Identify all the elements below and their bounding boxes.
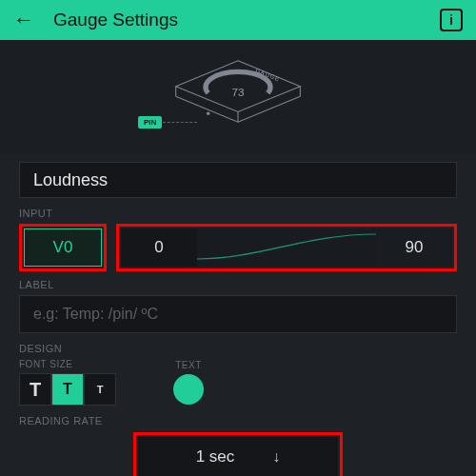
label-placeholder: e.g: Temp: /pin/ ºC [33, 306, 158, 323]
svg-point-4 [207, 111, 210, 115]
section-label-label: LABEL [19, 279, 457, 290]
font-size-medium[interactable]: T [51, 373, 84, 406]
pin-tag: PIN [138, 116, 162, 129]
text-color-label: TEXT [173, 360, 204, 370]
highlight-pin: V0 [19, 224, 107, 271]
section-label-input: INPUT [19, 208, 457, 219]
section-label-design: DESIGN [19, 343, 457, 354]
text-color-group: TEXT [173, 360, 204, 406]
gauge-illustration: GAUGE 73 PIN [0, 40, 476, 154]
header: ← Gauge Settings i [0, 0, 476, 40]
reading-rate-value: 1 sec [196, 447, 235, 466]
highlight-rate: 1 sec ↓ [133, 432, 343, 476]
font-size-label: FONT SIZE [19, 359, 116, 369]
chevron-down-icon: ↓ [272, 448, 280, 466]
pin-selector[interactable]: V0 [24, 228, 102, 267]
page-title: Gauge Settings [53, 10, 421, 30]
pin-value: V0 [53, 238, 73, 257]
section-label-rate: READING RATE [19, 415, 457, 426]
text-color-swatch[interactable] [173, 374, 204, 405]
font-size-group: FONT SIZE T T T [19, 359, 116, 406]
font-size-large[interactable]: T [19, 373, 51, 406]
label-input[interactable]: e.g: Temp: /pin/ ºC [19, 295, 457, 333]
widget-name-input[interactable]: Loudness [19, 162, 457, 198]
range-max[interactable]: 90 [376, 228, 452, 267]
info-button[interactable]: i [440, 9, 463, 31]
illus-sample-value: 73 [232, 86, 245, 98]
range-min[interactable]: 0 [121, 228, 197, 267]
font-size-small[interactable]: T [84, 373, 116, 406]
range-selector[interactable]: 0 90 [121, 228, 452, 267]
range-curve [197, 228, 376, 267]
widget-name-value: Loudness [33, 170, 108, 190]
highlight-range: 0 90 [116, 224, 457, 271]
back-icon[interactable]: ← [13, 8, 34, 32]
reading-rate-selector[interactable]: 1 sec ↓ [138, 437, 338, 476]
